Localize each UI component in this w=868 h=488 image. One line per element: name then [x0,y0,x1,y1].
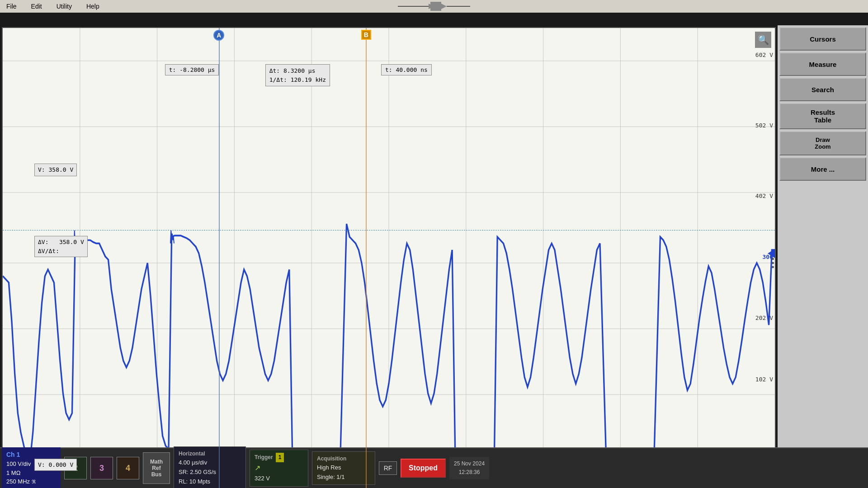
acquisition-single: Single: 1/1 [317,473,370,482]
horizontal-title: Horizontal [179,450,241,458]
trigger-info-box[interactable]: Trigger 1 ↗ 322 V [250,450,308,487]
trigger-title: Trigger [255,453,273,462]
horizontal-info-box[interactable]: Horizontal 4.00 µs/div SR: 2.50 GS/s RL:… [174,446,246,488]
right-panel: Cursors Measure Search Results Table Dra… [778,25,868,488]
main-layout: A B t: -8.2800 µs Δt: 8.3200 µs 1/Δt: 12… [0,25,868,488]
scope-search-icon[interactable]: 🔍 [755,32,771,48]
menu-edit[interactable]: Edit [28,2,45,11]
math-ref-bus-button[interactable]: Math Ref Bus [143,452,170,484]
time-display: 12:28:36 [454,468,485,477]
date-display: 25 Nov 2024 [454,460,485,468]
v-upper-box: V: 358.0 V [34,164,77,176]
grid-svg [3,28,775,488]
trigger-level-arrow [768,249,775,258]
waveform-svg [3,28,775,488]
more-button[interactable]: More ... [779,157,866,181]
scope-screen[interactable]: A B t: -8.2800 µs Δt: 8.3200 µs 1/Δt: 12… [2,27,776,488]
volt-label-202: 202 V [755,314,773,321]
dv-box: ΔV: 358.0 V ΔV/Δt: [34,236,88,257]
trigger-position-bar[interactable] [398,0,470,13]
datetime-box: 25 Nov 2024 12:28:36 [449,457,489,479]
trigger-arrow-icon: ↗ [255,462,303,474]
ch3-button[interactable]: 3 [90,457,113,479]
rf-box[interactable]: RF [379,461,397,475]
trigger-badge: 1 [276,453,284,462]
results-table-button[interactable]: Results Table [779,103,866,129]
menu-file[interactable]: File [4,2,19,11]
svg-marker-3 [441,4,447,9]
cursors-button[interactable]: Cursors [779,27,866,51]
menu-help[interactable]: Help [84,2,102,11]
ch1-bandwidth: 250 MHz ℜ [6,477,56,486]
volt-label-102: 102 V [755,376,773,383]
trigger-value: 322 V [255,474,303,483]
volt-label-402: 402 V [755,192,773,199]
volt-label-502: 502 V [755,122,773,129]
cursor-b-line [366,28,367,488]
search-button[interactable]: Search [779,78,866,101]
horizontal-sr: SR: 2.50 GS/s [179,468,241,477]
stopped-button[interactable]: Stopped [401,459,446,478]
measure-button[interactable]: Measure [779,52,866,76]
svg-rect-2 [430,2,441,11]
horizontal-rl: RL: 10 Mpts [179,477,241,487]
cursor-a-line [219,28,220,488]
volt-label-602: 602 V [755,52,773,58]
acquisition-title: Acquisition [317,455,370,463]
cursor-b-marker[interactable]: B [361,30,371,40]
cursor-h-line [3,230,775,230]
trigger-bar-svg [398,0,470,13]
svg-rect-6 [3,28,775,488]
cursor-a-time-box: t: -8.2800 µs [165,64,219,75]
draw-zoom-button[interactable]: Draw Zoom [779,131,866,155]
cursor-b-time-box: t: 40.000 ns [381,64,432,75]
horizontal-time-div: 4.00 µs/div [179,458,241,468]
cursor-a-marker[interactable]: A [213,30,224,41]
delta-box: Δt: 8.3200 µs 1/Δt: 120.19 kHz [265,64,330,86]
bandwidth-symbol: ℜ [32,478,36,486]
acquisition-mode: High Res [317,463,370,473]
ch4-button[interactable]: 4 [117,457,139,479]
menubar: File Edit Utility Help [0,0,868,13]
scope-dots-menu[interactable] [772,258,774,268]
v-lower-box: V: 0.000 V [34,459,77,471]
bottom-bar: Ch 1 100 V/div 1 MΩ 250 MHz ℜ 2 3 4 Math… [0,447,868,488]
menu-utility[interactable]: Utility [54,2,75,11]
